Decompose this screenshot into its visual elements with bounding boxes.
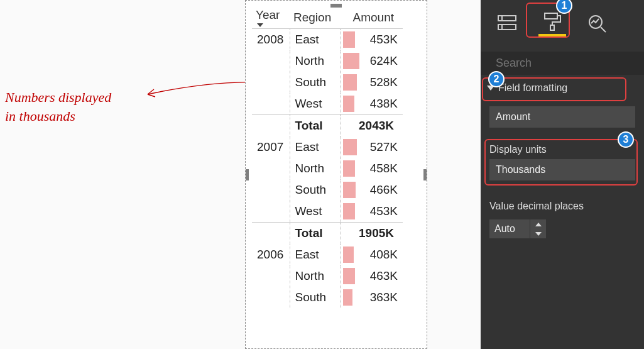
data-bar [343, 160, 355, 177]
highlight-3 [484, 139, 638, 186]
spinner-down[interactable] [530, 229, 546, 238]
amount-cell: 624K [340, 50, 403, 72]
triangle-up-icon [535, 223, 542, 226]
region-cell: South [290, 179, 340, 201]
total-row: Total1905K [252, 223, 403, 245]
table-row[interactable]: 2008East453K [252, 29, 403, 51]
table-row[interactable]: North463K [252, 265, 403, 287]
table-row[interactable]: West438K [252, 93, 403, 115]
display-units-group: Display units Thousands 3 [489, 139, 635, 183]
table-row[interactable]: 2006East408K [252, 244, 403, 265]
region-cell: West [290, 201, 340, 223]
resize-handle-left[interactable] [245, 169, 249, 180]
total-amount: 1905K [340, 223, 403, 245]
year-cell [252, 287, 290, 308]
amount-text: 527K [370, 140, 398, 153]
decimal-spinner[interactable]: Auto [489, 219, 546, 238]
region-cell: North [290, 50, 340, 72]
table-row[interactable]: North624K [252, 50, 403, 72]
year-cell: 2007 [252, 136, 290, 158]
region-cell: East [290, 244, 340, 265]
svg-rect-1 [498, 25, 516, 30]
amount-cell: 453K [340, 201, 403, 223]
amount-text: 466K [370, 183, 398, 196]
year-cell [252, 179, 290, 201]
table-visual[interactable]: Year Region Amount 2008East453KNorth624K… [245, 0, 427, 349]
region-cell: South [290, 72, 340, 93]
region-cell: East [290, 136, 340, 158]
amount-text: 453K [370, 204, 398, 218]
format-pane: 1 Field formatting 2 Amount Display unit… [481, 0, 644, 349]
total-label: Total [290, 115, 340, 137]
year-cell [252, 50, 290, 72]
table-row[interactable]: South528K [252, 72, 403, 93]
amount-text: 458K [370, 162, 398, 175]
table-row[interactable]: West453K [252, 201, 403, 223]
data-bar [343, 182, 356, 198]
data-bar [343, 96, 354, 112]
col-amount[interactable]: Amount [340, 4, 403, 29]
spinner-buttons[interactable] [530, 219, 546, 238]
col-region[interactable]: Region [290, 4, 340, 29]
total-label: Total [290, 223, 340, 245]
table-row[interactable]: South466K [252, 179, 403, 201]
tab-analytics[interactable] [584, 9, 611, 36]
callout-2: 2 [488, 71, 505, 87]
amount-text: 363K [370, 291, 398, 304]
search-input[interactable] [496, 57, 641, 70]
region-cell: North [290, 158, 340, 179]
amount-cell: 363K [340, 287, 403, 308]
data-bar [343, 31, 355, 48]
sort-desc-icon [257, 23, 263, 27]
year-cell [252, 93, 290, 115]
amount-cell: 438K [340, 93, 403, 115]
data-bar [343, 139, 357, 155]
fields-icon [496, 12, 518, 33]
resize-handle-right[interactable] [423, 169, 427, 180]
year-cell [252, 72, 290, 93]
annotation-text: Numbers displayed in thousands [5, 88, 111, 125]
spinner-up[interactable] [530, 219, 546, 229]
data-bar [343, 74, 357, 91]
search-bar[interactable] [481, 52, 644, 75]
data-bar [343, 53, 359, 69]
decimal-label: Value decimal places [489, 201, 635, 216]
tab-fields[interactable] [493, 9, 521, 36]
amount-text: 438K [370, 97, 398, 110]
amount-cell: 466K [340, 179, 403, 201]
amount-cell: 408K [340, 244, 403, 265]
pane-tabs: 1 [481, 0, 644, 43]
table-row[interactable]: South363K [252, 287, 403, 308]
total-amount: 2043K [340, 115, 403, 137]
region-cell: East [290, 29, 340, 51]
decimal-places-group: Value decimal places Auto [489, 196, 635, 241]
triangle-down-icon [535, 232, 542, 236]
col-year[interactable]: Year [252, 4, 290, 29]
region-cell: West [290, 93, 340, 115]
annotation-line1: Numbers displayed [5, 89, 111, 105]
field-dropdown[interactable]: Amount [489, 106, 635, 128]
amount-cell: 528K [340, 72, 403, 93]
callout-1: 1 [556, 0, 572, 14]
amount-text: 528K [370, 75, 398, 89]
col-year-label: Year [256, 8, 280, 21]
year-cell [252, 158, 290, 179]
region-cell: North [290, 265, 340, 287]
amount-cell: 458K [340, 158, 403, 179]
svg-line-7 [601, 27, 606, 32]
decimal-value: Auto [489, 219, 530, 238]
amount-cell: 463K [340, 265, 403, 287]
table-row[interactable]: North458K [252, 158, 403, 179]
region-cell: South [290, 287, 340, 308]
amount-cell: 527K [340, 136, 403, 158]
amount-text: 624K [370, 54, 398, 67]
year-cell: 2006 [252, 244, 290, 265]
amount-text: 408K [370, 248, 398, 261]
table-row[interactable]: 2007East527K [252, 136, 403, 158]
svg-rect-0 [498, 16, 516, 21]
data-bar [343, 203, 355, 219]
data-bar [343, 268, 355, 284]
year-cell [252, 265, 290, 287]
annotation-line2: in thousands [5, 108, 75, 124]
total-row: Total2043K [252, 115, 403, 137]
